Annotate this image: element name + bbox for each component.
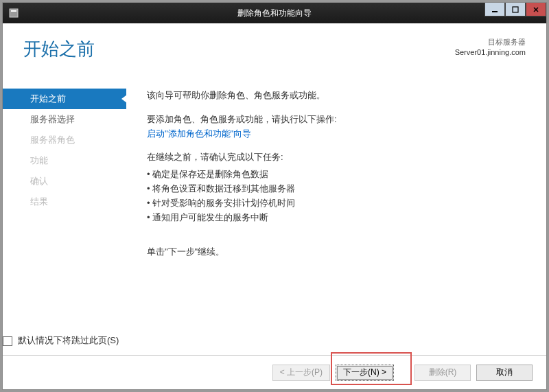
task-text: 将角色设置和数据迁移到其他服务器: [152, 183, 295, 194]
window-controls: [484, 3, 546, 16]
minimize-button[interactable]: [484, 3, 505, 16]
task-text: 确定是保存还是删除角色数据: [152, 169, 268, 179]
launch-add-wizard-link[interactable]: 启动"添加角色和功能"向导: [147, 128, 251, 139]
sidebar-item-label: 功能: [30, 155, 48, 165]
next-button[interactable]: 下一步(N) >: [336, 365, 394, 381]
task-list: 确定是保存还是删除角色数据 将角色设置和数据迁移到其他服务器 针对受影响的服务安…: [147, 168, 526, 224]
sidebar-item-label: 结果: [30, 196, 48, 207]
pre-tasks-label: 在继续之前，请确认完成以下任务:: [147, 150, 526, 165]
task-text: 通知用户可能发生的服务中断: [152, 212, 268, 222]
app-icon: [8, 8, 19, 19]
svg-rect-2: [492, 11, 498, 12]
continue-hint: 单击"下一步"继续。: [147, 245, 526, 260]
svg-rect-0: [10, 9, 18, 17]
sidebar-item-label: 确认: [30, 176, 48, 186]
add-roles-hint: 要添加角色、角色服务或功能，请执行以下操作:: [147, 113, 526, 127]
sidebar-item-label: 服务器角色: [30, 135, 75, 145]
close-button[interactable]: [526, 3, 546, 16]
task-item: 针对受影响的服务安排计划停机时间: [147, 196, 526, 211]
task-text: 针对受影响的服务安排计划停机时间: [152, 198, 295, 208]
sidebar-item-server-roles: 服务器角色: [3, 130, 126, 150]
sidebar-item-confirmation: 确认: [3, 171, 126, 192]
titlebar[interactable]: 删除角色和功能向导: [3, 3, 546, 23]
wizard-footer: < 上一步(P) 下一步(N) > 删除(R) 取消: [3, 355, 546, 389]
sidebar: 开始之前 服务器选择 服务器角色 功能 确认 结果: [3, 82, 126, 355]
page-title: 开始之前: [23, 37, 95, 61]
task-item: 通知用户可能发生的服务中断: [147, 211, 526, 225]
intro-text: 该向导可帮助你删除角色、角色服务或功能。: [147, 89, 526, 103]
previous-button: < 上一步(P): [272, 365, 330, 381]
remove-button: 删除(R): [414, 365, 471, 381]
header-section: 开始之前 目标服务器 Server01.jinning.com: [3, 23, 546, 68]
sidebar-item-label: 开始之前: [30, 93, 66, 104]
task-item: 确定是保存还是删除角色数据: [147, 168, 526, 182]
skip-page-label: 默认情况下将跳过此页(S): [18, 334, 119, 348]
skip-page-checkbox[interactable]: [3, 336, 12, 346]
svg-rect-1: [11, 10, 16, 12]
sidebar-item-server-selection[interactable]: 服务器选择: [3, 109, 126, 130]
destination-server-label: 目标服务器: [455, 37, 526, 47]
maximize-button[interactable]: [505, 3, 526, 16]
main-body: 开始之前 服务器选择 服务器角色 功能 确认 结果 该向导可帮助你删除角色、角色…: [3, 82, 546, 355]
svg-rect-3: [513, 7, 518, 12]
sidebar-item-before-you-begin[interactable]: 开始之前: [3, 89, 126, 109]
main-content: 该向导可帮助你删除角色、角色服务或功能。 要添加角色、角色服务或功能，请执行以下…: [126, 82, 546, 355]
task-item: 将角色设置和数据迁移到其他服务器: [147, 182, 526, 196]
sidebar-item-label: 服务器选择: [30, 114, 75, 124]
wizard-window: 删除角色和功能向导 开始之前 目标服务器 Server01.jinning.co…: [2, 2, 547, 390]
skip-page-row: 默认情况下将跳过此页(S): [3, 334, 119, 348]
content-area: 开始之前 目标服务器 Server01.jinning.com 开始之前 服务器…: [3, 23, 546, 389]
destination-server-name: Server01.jinning.com: [455, 47, 526, 58]
window-title: 删除角色和功能向导: [237, 8, 312, 19]
destination-server-info: 目标服务器 Server01.jinning.com: [455, 37, 526, 58]
cancel-button[interactable]: 取消: [476, 365, 533, 381]
sidebar-item-results: 结果: [3, 192, 126, 212]
sidebar-item-features: 功能: [3, 150, 126, 171]
